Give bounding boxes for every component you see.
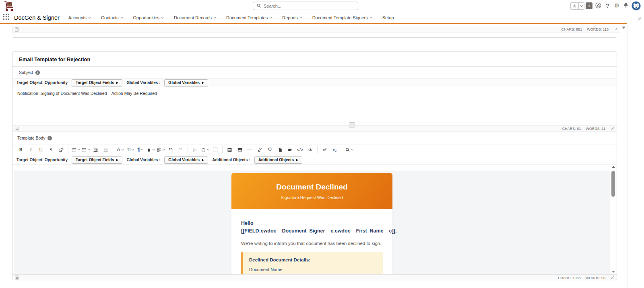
chevron-down-icon [369, 15, 372, 18]
insert-image-icon[interactable] [235, 145, 245, 154]
special-characters-button[interactable]: Ω [265, 145, 275, 154]
paragraph-format-button[interactable]: ¶ [135, 145, 145, 154]
italic-button[interactable]: I [26, 145, 36, 154]
scroll-up-icon[interactable] [612, 166, 615, 168]
app-navigation-bar: DocGen & Signer Accounts Contacts Opport… [0, 12, 644, 23]
scrollbar-thumb[interactable] [611, 171, 615, 197]
ordered-list-button[interactable] [80, 145, 91, 154]
insert-file-icon[interactable] [275, 145, 285, 154]
outdent-button[interactable] [101, 145, 111, 154]
subject-editor-content[interactable]: Notification: Signing of Document Was De… [12, 87, 617, 125]
chevron-down-icon [351, 148, 354, 150]
element-path-tag-icon[interactable] [15, 127, 19, 131]
unordered-list-button[interactable] [70, 145, 80, 154]
cut-scissors-icon[interactable] [190, 145, 200, 154]
font-size-button[interactable]: Tl [125, 145, 135, 154]
target-object-fields-button[interactable]: Target Object Fields [72, 79, 122, 86]
nav-tab-document-template-signers[interactable]: Document Template Signers [312, 15, 372, 20]
global-actions-button[interactable]: + [586, 2, 592, 9]
select-all-button[interactable] [210, 145, 220, 154]
resize-grip-icon[interactable] [611, 127, 614, 131]
nav-tab-setup[interactable]: Setup [382, 15, 394, 20]
info-icon[interactable]: i [35, 70, 40, 75]
app-launcher-waffle-icon[interactable] [3, 14, 9, 21]
top-editor-accent-border [0, 23, 627, 24]
body-char-count: CHARS: 1088 [558, 276, 581, 280]
edit-page-pencil-icon[interactable] [637, 15, 642, 23]
nav-tab-reports[interactable]: Reports [282, 15, 302, 20]
align-button[interactable] [155, 145, 165, 154]
global-search[interactable] [253, 2, 358, 10]
clear-formatting-eraser-icon[interactable] [56, 145, 66, 154]
additional-objects-button[interactable]: Additional Objects [254, 156, 302, 164]
body-word-count: WORDS: 98 [585, 276, 605, 280]
email-background: Document Declined Signature Request Was … [14, 171, 610, 274]
global-variables-button[interactable]: Global Variables [164, 79, 208, 86]
scroll-down-icon[interactable] [622, 23, 625, 31]
preview-eye-icon[interactable] [305, 145, 315, 154]
search-icon [256, 2, 261, 10]
email-title: Document Declined [231, 173, 392, 191]
search-input[interactable] [264, 4, 355, 8]
caret-right-icon [116, 159, 118, 161]
resize-grip-icon[interactable] [611, 276, 614, 280]
undo-button[interactable] [165, 145, 175, 154]
nav-tab-document-records[interactable]: Document Records [174, 15, 216, 20]
redo-button[interactable] [175, 145, 186, 154]
resize-grip-icon[interactable] [614, 27, 617, 31]
favorites-button[interactable]: ★ [570, 2, 584, 10]
font-family-button[interactable]: A [115, 145, 125, 154]
element-path-tag-icon[interactable] [15, 276, 19, 280]
template-body-field-label: Template Body i [12, 132, 617, 144]
email-body: Hello [[FIELD:cwdoc__Document_Signer__c.… [231, 209, 392, 274]
strikethrough-button[interactable]: S [46, 145, 56, 154]
page-right-border [641, 34, 641, 288]
app-logo-cart-icon [3, 0, 15, 13]
indent-button[interactable] [91, 145, 101, 154]
insert-table-icon[interactable] [225, 145, 235, 154]
declined-details-box: Declined Document Details: Document Name [241, 252, 383, 274]
editor-resize-handle[interactable] [349, 122, 355, 128]
insert-video-icon[interactable] [285, 145, 295, 154]
favorites-dropdown-button[interactable] [579, 3, 584, 9]
subscript-button[interactable]: x₂ [330, 145, 340, 154]
paste-clipboard-icon[interactable] [200, 145, 210, 154]
email-header-banner: Document Declined Signature Request Was … [231, 173, 392, 209]
global-variables-button[interactable]: Global Variables [164, 156, 208, 164]
app-name: DocGen & Signer [14, 14, 60, 21]
star-icon[interactable]: ★ [571, 3, 579, 9]
details-title: Declined Document Details: [249, 257, 376, 262]
guidance-center-icon[interactable] [595, 2, 602, 9]
subject-word-count: WORDS: 11 [586, 127, 605, 131]
nav-tab-accounts[interactable]: Accounts [68, 15, 91, 20]
body-status-bar: CHARS: 1088 WORDS: 98 [12, 274, 617, 280]
setup-gear-icon[interactable]: ⚙ [614, 2, 619, 9]
code-view-button[interactable]: </> [295, 145, 305, 154]
superscript-button[interactable]: x² [320, 145, 330, 154]
vertical-scrollbar[interactable] [611, 166, 616, 274]
nav-tab-contacts[interactable]: Contacts [101, 15, 122, 20]
text-color-droplet-icon[interactable] [145, 145, 155, 154]
find-search-icon[interactable] [344, 145, 354, 154]
insert-link-icon[interactable] [255, 145, 265, 154]
bold-button[interactable]: B [16, 145, 26, 154]
target-object-fields-button[interactable]: Target Object Fields [72, 156, 122, 164]
notifications-bell-icon[interactable] [623, 2, 629, 8]
email-subtitle: Signature Request Was Declined [231, 195, 392, 200]
horizontal-line-button[interactable]: — [245, 145, 255, 154]
user-avatar[interactable] [632, 1, 641, 12]
element-path-tag-icon[interactable] [15, 27, 19, 32]
info-icon[interactable]: i [47, 136, 52, 140]
chevron-down-icon [213, 15, 216, 18]
body-editor-viewport[interactable]: Document Declined Signature Request Was … [12, 165, 617, 274]
scroll-down-icon[interactable] [612, 271, 615, 273]
nav-tab-opportunities[interactable]: Opportunities [133, 15, 163, 20]
additional-objects-label: Additional Objects : [212, 158, 250, 162]
chevron-down-icon [120, 15, 123, 18]
nav-tab-document-templates[interactable]: Document Templates [226, 15, 272, 20]
card-header: Email Template for Rejection [12, 52, 617, 67]
help-icon[interactable]: ? [606, 2, 609, 9]
select-all-icon [213, 148, 217, 152]
chevron-down-icon [162, 148, 165, 150]
underline-button[interactable]: U [36, 145, 46, 154]
